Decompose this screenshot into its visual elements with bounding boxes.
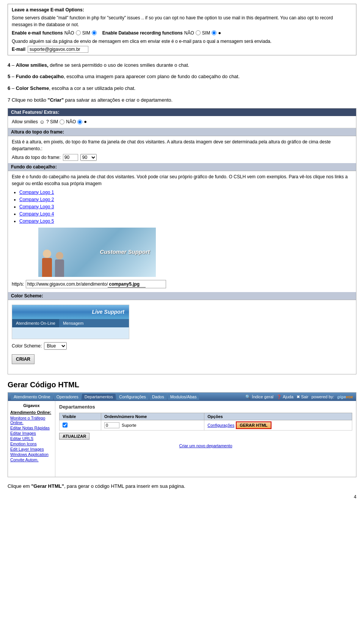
db-func-sim-radio[interactable] [212,30,217,35]
email-input[interactable] [28,46,88,53]
section-6-label: Color Scheme [16,85,49,91]
final-bold: "Gerar HTML" [31,483,64,489]
altura-input[interactable] [63,154,78,161]
sidebar-link-layer[interactable]: Edit Layer Images [10,447,53,451]
cell-visible [60,420,101,431]
section-7-text2: para salvar as alterações e criar o depa… [64,97,173,103]
ordem-input[interactable] [104,422,119,428]
email-field-row: E-mail [12,46,352,53]
sair-link[interactable]: ✖ Sair [297,395,309,399]
color-scheme-preview: Live Support Atendimento On-Line Mensage… [12,305,129,340]
sidebar-link-monitorar[interactable]: Monitore o Tráfego Online. [10,416,53,425]
gerar-title: Gerar Código HTML [8,380,356,389]
fundo-content: Este é o fundo do cabeçalho na janela de… [8,171,356,292]
section-6: 6 – Color Scheme, escolha a cor a ser ut… [8,85,356,93]
tab-departamentos[interactable]: Departamentos [82,394,116,400]
cs-tab-mensagem[interactable]: Mensagem [59,319,87,328]
altura-content: Está é a altura, em pixels, do topo do f… [8,136,356,163]
sidebar-link-notas[interactable]: Editar Notas Rápidas [10,426,53,430]
criar-button[interactable]: CRIAR [12,354,35,364]
mail-func-nao-radio[interactable] [76,30,81,35]
gigavox-logo: gigavox [337,395,353,399]
email-line4: Quando alguém sai da página de envio de … [12,38,352,45]
person-2 [55,252,64,277]
list-item: Company Logo 2 [19,196,352,203]
sim-label-1: SIM [82,30,90,36]
final-text2: , para gerar o código HTML para inserir … [64,483,185,489]
tab-operadores[interactable]: Operadores [54,394,81,400]
email-options-title: Leave a message E-mail Options: [12,6,352,13]
page-number: 4 [8,494,356,500]
altura-input-row: Altura do topo do frame: 90 100 120 [12,154,352,161]
http-url-display: http://www.gigavox.com.br/atendimento/ [26,280,166,288]
smilies-nao: NÃO [66,118,76,125]
customer-support-image: Customer Support [38,228,156,277]
logo-link-4[interactable]: Company Logo 4 [19,211,54,217]
ajuda-link[interactable]: ❓ Ajuda [276,395,293,399]
smilies-nao-radio[interactable] [77,119,82,124]
person-1-head [43,250,51,258]
sidebar-link-emotion[interactable]: Emotion Icons [10,442,53,446]
atualizar-button[interactable]: ATUALIZAR [59,433,89,440]
smilies-section: Allow smilies ☺ ? SIM NÃO ● [8,116,356,128]
col-ordem: Ordem/número Nome [101,413,204,420]
indice-geral-link[interactable]: 🔍 Índice geral [245,395,273,399]
list-item: Company Logo 1 [19,189,352,196]
logo-link-1[interactable]: Company Logo 1 [19,190,54,195]
sidebar-link-convite[interactable]: Convite Autom. [10,457,53,462]
email-field-label: E-mail [12,46,25,53]
color-scheme-select[interactable]: Blue Red Green [44,342,67,350]
configuracoes-link[interactable]: Configurações [207,423,234,428]
sidebar-link-urls[interactable]: Editar URLS [10,436,53,441]
gerar-html-button[interactable]: GERAR HTML [236,421,271,429]
admin-main: Departamentos Visible Ordem/número Nome … [55,401,356,477]
sidebar-section-title: Atendimento Online: [10,410,53,415]
criar-novo-link[interactable]: Criar um novo departamento [179,443,232,448]
tab-modulos[interactable]: Modulos/Abas [168,394,199,400]
logo-link-2[interactable]: Company Logo 2 [19,197,54,202]
sidebar-link-windows[interactable]: Windows Application [10,452,53,457]
customer-support-text: Customer Support [100,248,150,256]
section-7-text: Clique no botão [10,97,47,103]
logo-link-5[interactable]: Company Logo 5 [19,218,54,224]
feature-panel: Chat Features/ Extras: Allow smilies ☺ ?… [8,108,356,375]
cell-opcoes: Configurações GERAR HTML [204,420,352,431]
http-label: http/s: [12,281,24,288]
smilies-sim-radio[interactable] [60,119,64,124]
visible-checkbox[interactable] [63,423,67,428]
tab-atendimento-online[interactable]: Atendimento Online [11,394,53,400]
tab-configuracoes[interactable]: Configurações [116,394,149,400]
admin-body: Gigavox Atendimento Online: Monitore o T… [8,401,356,477]
section-7-bold: "Criar" [48,97,64,103]
criar-novo-row: Criar um novo departamento [59,443,352,448]
tab-dados[interactable]: Dados [149,394,167,400]
http-filename-input[interactable] [108,281,146,288]
smilies-row: Allow smilies ☺ ? SIM NÃO ● [12,118,352,126]
col-opcoes: Opções [204,413,352,420]
nao-label-1: NÃO [64,30,74,36]
altura-section: Altura do topo do frame: Está é a altura… [8,128,356,163]
cs-tabs-bar: Atendimento On-Line Mensagem [12,319,129,328]
logo-link-3[interactable]: Company Logo 3 [19,204,54,209]
col-visible: Visible [60,413,101,420]
logo-vox: vox [346,395,353,399]
email-options-box: Leave a message E-mail Options: Some ser… [8,4,356,55]
smilies-label: Allow smilies [12,118,38,125]
final-paragraph: Clique em "Gerar HTML", para gerar o cód… [8,483,356,490]
color-scheme-section: Color Scheme: Live Support Atendimento O… [8,292,356,374]
section-4-label: Allow smilies, [16,62,49,68]
admin-topbar-tabs: Atendimento Online Operadores Departamen… [11,394,199,400]
sidebar-link-images[interactable]: Editar Images [10,431,53,435]
logo-giga: giga [337,395,346,399]
http-url-row: http/s: http://www.gigavox.com.br/atendi… [12,280,352,288]
cs-tab-atendimento[interactable]: Atendimento On-Line [12,319,59,328]
list-item: Company Logo 3 [19,203,352,210]
db-func-nao-radio[interactable] [196,30,201,35]
mail-func-sim-radio[interactable] [92,30,97,35]
admin-panel: Atendimento Online Operadores Departamen… [8,392,356,477]
fundo-desc: Este é o fundo do cabeçalho na janela de… [12,173,352,187]
section-4-text: define se será permitido o uso de ícones… [49,62,189,68]
list-item: Company Logo 5 [19,218,352,225]
altura-select[interactable]: 90 100 120 [80,154,97,161]
logo-links-list: Company Logo 1 Company Logo 2 Company Lo… [19,189,352,225]
